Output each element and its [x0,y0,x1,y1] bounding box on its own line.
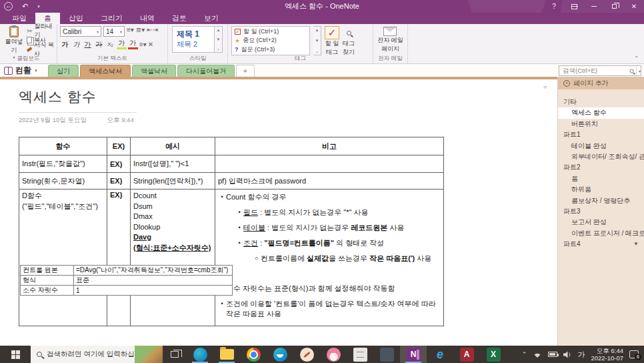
start-button[interactable] [0,346,31,363]
tab-file[interactable]: 파일 [3,13,35,24]
taskbar-edge[interactable] [187,346,213,363]
find-tags-button[interactable]: 태그 찾기 [343,26,355,57]
minimize-button[interactable] [584,0,604,13]
page-item[interactable]: 외부데이터/ 조회속성/ 관계 [558,151,644,162]
todo-tag-button[interactable]: ✓ 할 일 태그 [325,26,339,57]
ribbon-display-options-button[interactable] [564,0,584,13]
cell-function[interactable]: String(횟수,문자열) [19,173,107,190]
wifi-icon[interactable] [533,351,542,358]
taskbar-chrome[interactable] [240,346,267,363]
help-button[interactable]: ? [544,0,564,13]
page-item[interactable]: 폼 [558,173,644,184]
taskbar-access[interactable]: A [453,346,480,363]
section-practice[interactable]: 실기 [48,65,79,77]
bullet-list-icon[interactable]: ≡▾ [127,26,134,37]
tab-insert[interactable]: 삽입 [60,13,92,24]
close-button[interactable]: ✕ [624,0,644,13]
property-name[interactable]: 컨트롤 원본 [21,266,74,276]
format-painter-button[interactable]: 서식 복사 [27,45,55,54]
taskbar-fan-app[interactable] [320,346,347,363]
control-properties-table[interactable]: 컨트롤 원본 =DAvg("나이","자격취득정보","자격번호=cmb조회")… [20,265,233,296]
indent-icons[interactable]: ⇤⇥ [147,26,158,37]
tag-todo[interactable]: ✓할 일 (Ctrl+1) [235,27,307,36]
taskbar-search-input[interactable]: 검색하려면 여기에 입력하십시 [31,346,163,363]
taskbar-notepad[interactable] [347,346,373,363]
property-value[interactable]: =DAvg("나이","자격취득정보","자격번호=cmb조회") [74,266,233,276]
property-value[interactable]: 1 [74,286,233,296]
expand-page-icon[interactable]: » [541,83,549,91]
numbered-list-icon[interactable]: ≣▾ [136,26,145,37]
page-title[interactable]: 엑세스 함수 [19,87,97,106]
page-item[interactable]: 보고서 완성 [558,217,644,228]
bold-button[interactable]: 가 [60,39,70,49]
notebook-dropdown[interactable]: 컴활 ▼ [4,65,38,76]
style-heading2[interactable]: 제목 2 [177,39,210,49]
ime-korean-indicator[interactable]: 가 [577,350,585,360]
tab-view[interactable]: 보기 [195,13,227,24]
page-item[interactable]: 버튼위치 [558,119,644,129]
notification-center-icon[interactable]: 6 [629,350,639,358]
hidden-icons-chevron-icon[interactable]: ⌃ [522,351,527,358]
tags-scroll-arrows[interactable]: ▲▼⌄ [313,26,321,55]
weather-widget-icon[interactable] [135,346,163,363]
section-excel-notes[interactable]: 액셀낙서 [132,65,176,77]
page-item[interactable]: 하위폼 [558,184,644,195]
search-input[interactable]: 검색(Ctrl+E) ▾ [559,65,641,76]
italic-button[interactable]: 가 [71,39,81,49]
cell-note[interactable]: pf) 입력마스크에 password [215,173,444,190]
cell-example[interactable]: Dcount Dsum Dmax Dlookup Davg (형식:표준+소수자… [131,190,215,326]
tag-important[interactable]: ★중요 (Ctrl+2) [235,36,307,45]
taskbar-onenote[interactable]: N [400,346,427,363]
clear-formatting-icon[interactable]: ✕ [148,41,153,48]
page-item-group[interactable]: 파트2 [558,162,644,173]
font-size-combo[interactable]: 14▾ [103,26,125,37]
taskbar-file-explorer[interactable] [213,346,240,363]
taskbar-paint[interactable] [293,346,320,363]
page-item-group[interactable]: 파트1 [558,129,644,140]
page-item-group[interactable]: 파트3 [558,206,644,217]
section-redo[interactable]: 다시풀어볼거 [177,65,235,77]
property-value[interactable]: 표준 [74,276,233,286]
battery-icon[interactable] [548,352,557,357]
cell-ex[interactable]: EX) [107,190,131,326]
restore-button[interactable] [604,0,624,13]
taskbar-internet-explorer[interactable]: e [427,346,453,363]
task-view-button[interactable] [163,346,187,363]
section-access-notes[interactable]: 액세스낙서 [80,65,131,77]
cell-function[interactable]: D함수 ("필드","테이블","조건") [19,190,107,326]
page-item[interactable]: 테이블 완성 [558,141,644,151]
highlight-button[interactable]: 가 [117,39,127,49]
tab-history[interactable]: 내역 [131,13,163,24]
cell-note[interactable] [215,155,444,173]
page-item-group[interactable]: 기타 [558,97,644,107]
paragraph-align-icon[interactable]: ≡▾ [139,41,147,48]
cell-example[interactable]: Instr([성명]," ")<1 [131,155,215,173]
tag-question[interactable]: ?질문 (Ctrl+3) [235,45,307,54]
property-name[interactable]: 형식 [21,276,74,286]
taskbar-excel[interactable]: X [480,346,507,363]
speaker-icon[interactable] [563,351,571,358]
taskbar-whale[interactable] [267,346,293,363]
property-name[interactable]: 소수 자릿수 [21,286,74,296]
search-scope-dropdown-icon[interactable]: ▾ [639,69,641,73]
cell-example[interactable]: String(len([연락처]),*) [131,173,215,190]
clock[interactable]: 오후 6:44 2022-10-07 [591,347,623,362]
cell-ex[interactable]: EX) [107,155,131,173]
taskbar-calculator[interactable] [373,346,400,363]
font-color-button[interactable]: 가 [128,39,138,49]
cell-ex[interactable]: EX) [107,173,131,190]
add-page-button[interactable]: + 페이지 추가 [558,77,644,89]
subscript-button[interactable]: X₂ [105,39,115,49]
cut-button[interactable]: ✂잘라내기 [27,26,55,35]
strikethrough-button[interactable]: 가 [94,39,104,49]
tab-draw[interactable]: 그리기 [92,13,131,24]
tab-review[interactable]: 검토 [163,13,195,24]
page-item-selected[interactable]: 엑세스 함수 [558,107,644,118]
page-canvas[interactable]: » 엑세스 함수 2022년 9월 10일 토요일 오후 9:44 함수 EX)… [0,79,557,346]
underline-button[interactable]: 가 [83,39,93,49]
style-heading1[interactable]: 제목 1 [177,29,210,39]
email-page-button[interactable]: 전자 메일 페이지 [377,27,403,53]
page-item-group[interactable]: 파트4▼ [558,239,644,250]
styles-scroll-arrows[interactable]: ▲▼⌄ [215,26,223,53]
page-item[interactable]: 콤보상자 / 명령단추 [558,196,644,206]
